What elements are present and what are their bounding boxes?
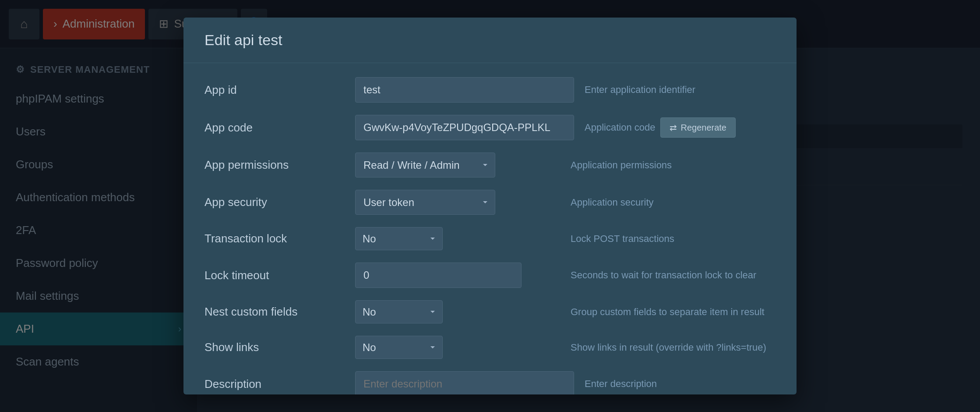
hint-app-code: Application code ⇄ Regenerate xyxy=(585,117,776,138)
modal-header: Edit api test xyxy=(183,18,797,63)
label-app-permissions: App permissions xyxy=(204,158,345,172)
regenerate-icon: ⇄ xyxy=(670,122,677,133)
input-app-code[interactable] xyxy=(355,115,574,140)
regenerate-label: Regenerate xyxy=(680,123,726,133)
input-lock-timeout[interactable] xyxy=(355,263,522,288)
form-row-lock-timeout: Lock timeout Seconds to wait for transac… xyxy=(204,263,776,288)
label-app-code: App code xyxy=(204,121,345,135)
form-row-show-links: Show links No Yes Show links in result (… xyxy=(204,336,776,359)
form-control-show-links: No Yes xyxy=(355,336,560,359)
modal-overlay: Edit api test App id Enter application i… xyxy=(0,0,980,412)
label-description: Description xyxy=(204,377,345,391)
form-row-transaction-lock: Transaction lock No Yes Lock POST transa… xyxy=(204,227,776,250)
label-lock-timeout: Lock timeout xyxy=(204,269,345,282)
form-control-app-security: None SSL User token SSL with user token xyxy=(355,190,560,215)
select-app-security[interactable]: None SSL User token SSL with user token xyxy=(355,190,495,215)
hint-app-permissions: Application permissions xyxy=(571,160,776,171)
form-row-app-security: App security None SSL User token SSL wit… xyxy=(204,190,776,215)
hint-app-id: Enter application identifier xyxy=(585,84,776,96)
label-show-links: Show links xyxy=(204,341,345,354)
form-control-app-id xyxy=(355,77,574,103)
input-description[interactable] xyxy=(355,371,574,394)
form-control-lock-timeout xyxy=(355,263,560,288)
form-row-app-code: App code Application code ⇄ Regenerate xyxy=(204,115,776,140)
label-nest-custom-fields: Nest custom fields xyxy=(204,305,345,319)
form-control-transaction-lock: No Yes xyxy=(355,227,560,250)
hint-app-security: Application security xyxy=(571,197,776,208)
select-transaction-lock[interactable]: No Yes xyxy=(355,227,443,250)
form-row-nest-custom-fields: Nest custom fields No Yes Group custom f… xyxy=(204,300,776,323)
form-row-description: Description Enter description xyxy=(204,371,776,394)
select-nest-custom-fields[interactable]: No Yes xyxy=(355,300,443,323)
label-app-security: App security xyxy=(204,195,345,209)
hint-description: Enter description xyxy=(585,378,776,390)
form-control-app-code xyxy=(355,115,574,140)
hint-transaction-lock: Lock POST transactions xyxy=(571,233,776,245)
label-app-id: App id xyxy=(204,83,345,97)
select-app-permissions[interactable]: Read Write Read / Write Read / Write / A… xyxy=(355,153,495,178)
regenerate-button[interactable]: ⇄ Regenerate xyxy=(660,117,736,138)
form-control-app-permissions: Read Write Read / Write Read / Write / A… xyxy=(355,153,560,178)
hint-lock-timeout: Seconds to wait for transaction lock to … xyxy=(571,270,776,281)
form-row-app-permissions: App permissions Read Write Read / Write … xyxy=(204,153,776,178)
select-show-links[interactable]: No Yes xyxy=(355,336,443,359)
form-control-nest-custom-fields: No Yes xyxy=(355,300,560,323)
modal-title: Edit api test xyxy=(204,32,776,49)
label-transaction-lock: Transaction lock xyxy=(204,232,345,245)
modal-body: App id Enter application identifier App … xyxy=(183,63,797,394)
input-app-id[interactable] xyxy=(355,77,574,103)
hint-show-links: Show links in result (override with ?lin… xyxy=(571,342,776,353)
edit-api-modal: Edit api test App id Enter application i… xyxy=(183,18,797,394)
hint-nest-custom-fields: Group custom fields to separate item in … xyxy=(571,306,776,318)
form-row-app-id: App id Enter application identifier xyxy=(204,77,776,103)
form-control-description xyxy=(355,371,574,394)
